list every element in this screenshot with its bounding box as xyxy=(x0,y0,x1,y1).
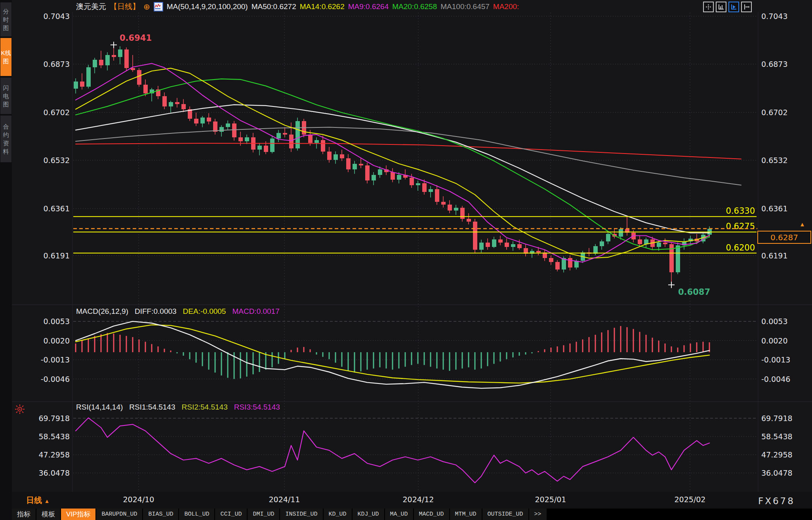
candle-body xyxy=(238,137,243,141)
macd-axis-label-right: -0.0013 xyxy=(761,355,790,364)
toolbar-tab-MTM_UD[interactable]: MTM_UD xyxy=(450,509,482,520)
price-axis-label-right: 0.6191 xyxy=(761,251,787,260)
candle-body xyxy=(429,189,433,192)
price-axis-label-left: 0.6702 xyxy=(44,108,70,117)
rsi-axis-label-right: 47.2958 xyxy=(761,450,793,459)
price-axis-label-left: 0.6532 xyxy=(44,156,70,165)
toolbar-tab-BIAS_UD[interactable]: BIAS_UD xyxy=(143,509,178,520)
candle-body xyxy=(536,251,541,252)
sidebar-item-timeshare-chart[interactable]: 分时图 xyxy=(0,2,11,36)
toolbar-tab-MACD_UD[interactable]: MACD_UD xyxy=(414,509,449,520)
toolbar-tab-DMI_UD[interactable]: DMI_UD xyxy=(248,509,279,520)
month-axis-label: 2024/12 xyxy=(391,495,446,504)
candle-body xyxy=(321,140,325,151)
candle-body xyxy=(657,243,661,247)
axis-pan-icon[interactable] xyxy=(741,2,752,12)
chart-scale-icon[interactable] xyxy=(716,2,726,12)
sidebar-item-kline-chart[interactable]: K线图 xyxy=(0,38,11,76)
high-price-annotation: 0.6941 xyxy=(120,33,152,43)
toolbar-tab-BARUPDN_UD[interactable]: BARUPDN_UD xyxy=(96,509,142,520)
toolbar-tab-KDJ_UD[interactable]: KDJ_UD xyxy=(353,509,384,520)
crosshair-move-icon[interactable] xyxy=(703,2,714,12)
chart-play-glyph xyxy=(731,4,737,10)
toolbar-more-button[interactable]: >> xyxy=(529,509,547,520)
month-axis-label: 2024/11 xyxy=(257,495,312,504)
ma200-value: MA200: xyxy=(493,2,519,11)
toolbar-tab-OUTSIDE_UD[interactable]: OUTSIDE_UD xyxy=(482,509,528,520)
candle-body xyxy=(112,55,116,57)
candle-body xyxy=(441,202,446,205)
price-axis-label-right: 0.6532 xyxy=(761,156,787,165)
candle-body xyxy=(359,164,363,165)
toolbar-tab-模板[interactable]: 模板 xyxy=(36,509,60,520)
rsi-axis-label-right: 36.0478 xyxy=(761,469,793,477)
candle-body xyxy=(422,183,427,192)
candle-body xyxy=(200,118,205,123)
toolbar-tab-BOLL_UD[interactable]: BOLL_UD xyxy=(179,509,214,520)
trading-app: 0.70430.70430.68730.68730.67020.67020.65… xyxy=(0,0,812,520)
candle-body xyxy=(346,158,351,169)
toolbar-tab-INSIDE_UD[interactable]: INSIDE_UD xyxy=(280,509,322,520)
candle-body xyxy=(175,102,179,104)
candle-body xyxy=(593,246,598,254)
chart-play-icon[interactable] xyxy=(728,2,739,12)
candle-body xyxy=(276,133,281,139)
period-selector[interactable]: 日线 ▲ xyxy=(26,495,50,506)
toolbar-tab-VIP指标[interactable]: VIP指标 xyxy=(61,509,95,520)
candle-body xyxy=(492,239,496,247)
month-axis-label: 2025/02 xyxy=(662,495,718,504)
ma50-value: MA50:0.6272 xyxy=(252,2,296,11)
mini-chart-icon[interactable] xyxy=(154,2,163,11)
price-axis-label-left: 0.6873 xyxy=(44,60,70,68)
ma100-value: MA100:0.6457 xyxy=(440,2,490,11)
add-compare-icon[interactable]: ⊕ xyxy=(143,3,150,11)
candle-body xyxy=(270,139,274,152)
ma20-value: MA20:0.6258 xyxy=(392,2,437,11)
chart-canvas[interactable]: 0.70430.70430.68730.68730.67020.67020.65… xyxy=(0,0,812,520)
price-axis-label-left: 0.6191 xyxy=(44,251,70,260)
toolbar-tab-MA_UD[interactable]: MA_UD xyxy=(385,509,413,520)
rsi1-value: RSI1:54.5143 xyxy=(129,403,175,412)
indicator-settings-icon[interactable] xyxy=(14,404,25,416)
level-price-label: 0.6200 xyxy=(726,243,755,252)
candle-body xyxy=(416,183,420,185)
rsi-axis-label-right: 69.7918 xyxy=(761,414,793,423)
candle-body xyxy=(181,104,186,109)
toolbar-tab-CCI_UD[interactable]: CCI_UD xyxy=(215,509,247,520)
candle-body xyxy=(334,154,338,160)
candle-body xyxy=(315,140,319,143)
candle-body xyxy=(410,178,414,185)
ma-settings-label: MA(50,14,9,20,100,200) xyxy=(167,2,248,11)
sidebar-item-contract-info[interactable]: 合约资料 xyxy=(0,116,11,162)
level-price-label: 0.6330 xyxy=(726,206,755,216)
candle-body xyxy=(264,146,268,152)
candle-body xyxy=(93,60,97,67)
macd-header: MACD(26,12,9) DIFF:0.0003 DEA:-0.0005 MA… xyxy=(76,307,280,316)
level-price-label: 0.6275 xyxy=(726,222,755,231)
ma-line xyxy=(76,143,741,159)
candle-body xyxy=(353,164,357,169)
macd-dea-value: DEA:-0.0005 xyxy=(183,307,226,316)
candle-body xyxy=(365,165,370,180)
chart-scale-glyph xyxy=(718,4,724,10)
macd-diff-value: DIFF:0.0003 xyxy=(135,307,177,316)
candle-body xyxy=(600,241,604,246)
toolbar-tab-KD_UD[interactable]: KD_UD xyxy=(324,509,352,520)
macd-axis-label-left: -0.0046 xyxy=(41,375,70,383)
candle-body xyxy=(606,234,610,241)
candle-body xyxy=(257,146,262,150)
period-tag[interactable]: 【日线】 xyxy=(110,2,140,12)
sidebar-item-lightning-chart[interactable]: 闪电图 xyxy=(0,78,11,114)
macd-axis-label-right: -0.0046 xyxy=(761,375,790,383)
candle-body xyxy=(232,123,236,138)
candle-body xyxy=(473,222,477,250)
candle-body xyxy=(549,258,553,262)
candle-body xyxy=(74,82,78,89)
toolbar-tab-指标[interactable]: 指标 xyxy=(12,509,36,520)
sun-glyph xyxy=(14,404,25,415)
candle-body xyxy=(435,189,439,202)
candle-body xyxy=(517,244,522,248)
candle-body xyxy=(289,135,294,149)
rsi-title: RSI(14,14,14) xyxy=(76,403,123,412)
watermark: FX678 xyxy=(758,496,795,506)
